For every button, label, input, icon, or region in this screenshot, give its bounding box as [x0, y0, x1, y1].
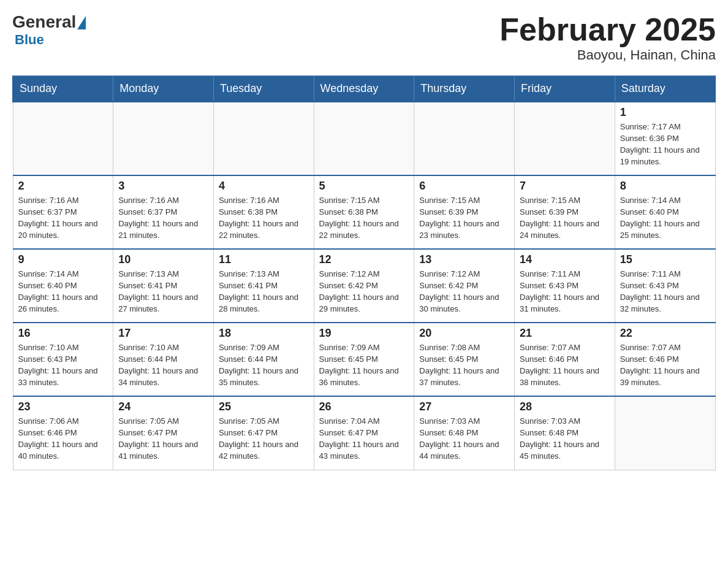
day-info: Sunrise: 7:03 AM Sunset: 6:48 PM Dayligh…: [520, 416, 599, 461]
logo-triangle-icon: [77, 16, 86, 29]
day-info: Sunrise: 7:09 AM Sunset: 6:44 PM Dayligh…: [219, 343, 298, 387]
weekday-header-saturday: Saturday: [615, 76, 715, 102]
calendar-table: SundayMondayTuesdayWednesdayThursdayFrid…: [12, 75, 716, 470]
calendar-week-row: 23Sunrise: 7:06 AM Sunset: 6:46 PM Dayli…: [13, 396, 715, 470]
day-info: Sunrise: 7:14 AM Sunset: 6:40 PM Dayligh…: [620, 196, 700, 240]
day-number: 8: [620, 180, 710, 193]
day-number: 25: [219, 400, 309, 413]
calendar-day-cell: 18Sunrise: 7:09 AM Sunset: 6:44 PM Dayli…: [213, 323, 314, 396]
day-number: 20: [419, 327, 509, 340]
calendar-day-cell: 6Sunrise: 7:15 AM Sunset: 6:39 PM Daylig…: [414, 175, 515, 249]
day-info: Sunrise: 7:13 AM Sunset: 6:41 PM Dayligh…: [219, 269, 298, 313]
calendar-day-cell: 2Sunrise: 7:16 AM Sunset: 6:37 PM Daylig…: [13, 175, 113, 249]
calendar-day-cell: 3Sunrise: 7:16 AM Sunset: 6:37 PM Daylig…: [113, 175, 214, 249]
day-info: Sunrise: 7:08 AM Sunset: 6:45 PM Dayligh…: [419, 343, 499, 387]
day-info: Sunrise: 7:15 AM Sunset: 6:39 PM Dayligh…: [520, 196, 599, 240]
weekday-header-sunday: Sunday: [13, 76, 113, 102]
weekday-header-friday: Friday: [515, 76, 615, 102]
day-info: Sunrise: 7:05 AM Sunset: 6:47 PM Dayligh…: [118, 416, 198, 461]
day-number: 21: [520, 327, 610, 340]
calendar-day-cell: 28Sunrise: 7:03 AM Sunset: 6:48 PM Dayli…: [515, 396, 615, 470]
day-number: 1: [620, 106, 710, 119]
calendar-empty-cell: [615, 396, 715, 470]
calendar-day-cell: 27Sunrise: 7:03 AM Sunset: 6:48 PM Dayli…: [414, 396, 515, 470]
day-info: Sunrise: 7:07 AM Sunset: 6:46 PM Dayligh…: [520, 343, 599, 387]
day-number: 6: [419, 180, 509, 193]
calendar-empty-cell: [113, 102, 214, 175]
calendar-empty-cell: [213, 102, 314, 175]
day-info: Sunrise: 7:12 AM Sunset: 6:42 PM Dayligh…: [419, 269, 499, 313]
day-number: 7: [520, 180, 610, 193]
day-number: 27: [419, 400, 509, 413]
day-info: Sunrise: 7:10 AM Sunset: 6:43 PM Dayligh…: [18, 343, 98, 387]
day-number: 19: [319, 327, 409, 340]
day-number: 14: [520, 253, 610, 266]
calendar-day-cell: 9Sunrise: 7:14 AM Sunset: 6:40 PM Daylig…: [13, 249, 113, 323]
logo-blue: Blue: [15, 32, 44, 48]
calendar-empty-cell: [414, 102, 515, 175]
day-info: Sunrise: 7:15 AM Sunset: 6:39 PM Dayligh…: [419, 196, 499, 240]
calendar-day-cell: 20Sunrise: 7:08 AM Sunset: 6:45 PM Dayli…: [414, 323, 515, 396]
weekday-header-tuesday: Tuesday: [213, 76, 314, 102]
day-info: Sunrise: 7:11 AM Sunset: 6:43 PM Dayligh…: [520, 269, 599, 313]
calendar-day-cell: 4Sunrise: 7:16 AM Sunset: 6:38 PM Daylig…: [213, 175, 314, 249]
month-title: February 2025: [499, 12, 716, 47]
weekday-header-monday: Monday: [113, 76, 214, 102]
calendar-empty-cell: [314, 102, 414, 175]
calendar-day-cell: 22Sunrise: 7:07 AM Sunset: 6:46 PM Dayli…: [615, 323, 715, 396]
calendar-day-cell: 25Sunrise: 7:05 AM Sunset: 6:47 PM Dayli…: [213, 396, 314, 470]
weekday-header-thursday: Thursday: [414, 76, 515, 102]
day-number: 22: [620, 327, 710, 340]
logo-general: General: [12, 12, 76, 32]
day-info: Sunrise: 7:16 AM Sunset: 6:37 PM Dayligh…: [118, 196, 198, 240]
calendar-empty-cell: [13, 102, 113, 175]
day-number: 26: [319, 400, 409, 413]
day-number: 17: [118, 327, 208, 340]
calendar-day-cell: 16Sunrise: 7:10 AM Sunset: 6:43 PM Dayli…: [13, 323, 113, 396]
day-info: Sunrise: 7:04 AM Sunset: 6:47 PM Dayligh…: [319, 416, 399, 461]
day-info: Sunrise: 7:09 AM Sunset: 6:45 PM Dayligh…: [319, 343, 399, 387]
day-number: 28: [520, 400, 610, 413]
day-number: 24: [118, 400, 208, 413]
day-info: Sunrise: 7:15 AM Sunset: 6:38 PM Dayligh…: [319, 196, 399, 240]
calendar-day-cell: 19Sunrise: 7:09 AM Sunset: 6:45 PM Dayli…: [314, 323, 414, 396]
calendar-day-cell: 1Sunrise: 7:17 AM Sunset: 6:36 PM Daylig…: [615, 102, 715, 175]
day-info: Sunrise: 7:14 AM Sunset: 6:40 PM Dayligh…: [18, 269, 98, 313]
day-info: Sunrise: 7:05 AM Sunset: 6:47 PM Dayligh…: [219, 416, 298, 461]
calendar-day-cell: 15Sunrise: 7:11 AM Sunset: 6:43 PM Dayli…: [615, 249, 715, 323]
location: Baoyou, Hainan, China: [499, 47, 716, 63]
day-info: Sunrise: 7:16 AM Sunset: 6:37 PM Dayligh…: [18, 196, 98, 240]
day-number: 18: [219, 327, 309, 340]
day-info: Sunrise: 7:16 AM Sunset: 6:38 PM Dayligh…: [219, 196, 298, 240]
calendar-empty-cell: [515, 102, 615, 175]
day-info: Sunrise: 7:10 AM Sunset: 6:44 PM Dayligh…: [118, 343, 198, 387]
day-info: Sunrise: 7:03 AM Sunset: 6:48 PM Dayligh…: [419, 416, 499, 461]
calendar-day-cell: 12Sunrise: 7:12 AM Sunset: 6:42 PM Dayli…: [314, 249, 414, 323]
calendar-day-cell: 8Sunrise: 7:14 AM Sunset: 6:40 PM Daylig…: [615, 175, 715, 249]
calendar-day-cell: 23Sunrise: 7:06 AM Sunset: 6:46 PM Dayli…: [13, 396, 113, 470]
weekday-header-wednesday: Wednesday: [314, 76, 414, 102]
calendar-day-cell: 26Sunrise: 7:04 AM Sunset: 6:47 PM Dayli…: [314, 396, 414, 470]
day-number: 4: [219, 180, 309, 193]
day-number: 5: [319, 180, 409, 193]
day-info: Sunrise: 7:11 AM Sunset: 6:43 PM Dayligh…: [620, 269, 700, 313]
day-info: Sunrise: 7:07 AM Sunset: 6:46 PM Dayligh…: [620, 343, 700, 387]
day-number: 3: [118, 180, 208, 193]
day-number: 9: [18, 253, 108, 266]
calendar-week-row: 9Sunrise: 7:14 AM Sunset: 6:40 PM Daylig…: [13, 249, 715, 323]
page-header: General Blue February 2025 Baoyou, Haina…: [12, 12, 716, 63]
day-number: 11: [219, 253, 309, 266]
day-number: 23: [18, 400, 108, 413]
calendar-week-row: 1Sunrise: 7:17 AM Sunset: 6:36 PM Daylig…: [13, 102, 715, 175]
day-info: Sunrise: 7:17 AM Sunset: 6:36 PM Dayligh…: [620, 122, 700, 166]
calendar-day-cell: 11Sunrise: 7:13 AM Sunset: 6:41 PM Dayli…: [213, 249, 314, 323]
calendar-day-cell: 17Sunrise: 7:10 AM Sunset: 6:44 PM Dayli…: [113, 323, 214, 396]
day-number: 13: [419, 253, 509, 266]
calendar-week-row: 16Sunrise: 7:10 AM Sunset: 6:43 PM Dayli…: [13, 323, 715, 396]
logo: General Blue: [12, 12, 86, 48]
day-info: Sunrise: 7:12 AM Sunset: 6:42 PM Dayligh…: [319, 269, 399, 313]
calendar-day-cell: 10Sunrise: 7:13 AM Sunset: 6:41 PM Dayli…: [113, 249, 214, 323]
calendar-day-cell: 21Sunrise: 7:07 AM Sunset: 6:46 PM Dayli…: [515, 323, 615, 396]
calendar-day-cell: 13Sunrise: 7:12 AM Sunset: 6:42 PM Dayli…: [414, 249, 515, 323]
day-info: Sunrise: 7:06 AM Sunset: 6:46 PM Dayligh…: [18, 416, 98, 461]
